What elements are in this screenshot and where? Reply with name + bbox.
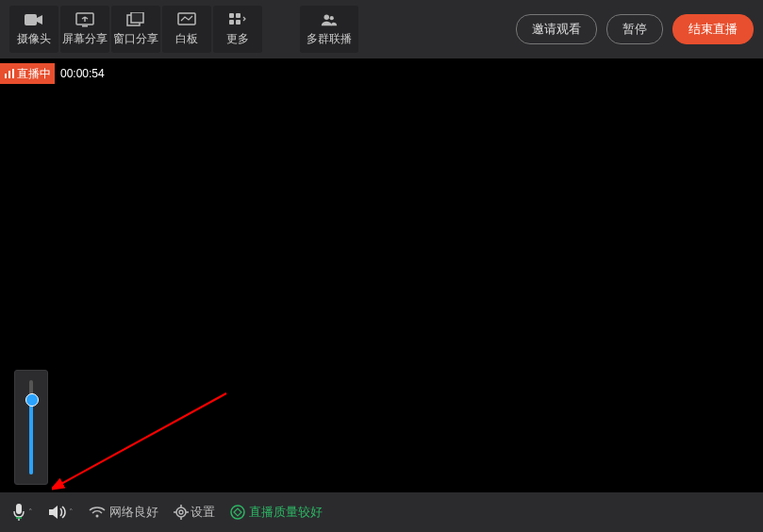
- bars-icon: [4, 68, 15, 79]
- window-share-label: 窗口分享: [113, 31, 158, 47]
- svg-rect-12: [5, 74, 7, 78]
- grid-icon: [228, 12, 247, 27]
- bottom-bar: ˄ ˄ 网络良好 设置 直播质量较好: [0, 492, 763, 532]
- network-label: 网络良好: [109, 504, 158, 521]
- screen-share-icon: [75, 12, 94, 27]
- gear-icon: [174, 505, 189, 520]
- video-stage: 直播中 00:00:54: [0, 58, 763, 492]
- svg-rect-9: [236, 20, 241, 25]
- camera-label: 摄像头: [17, 31, 51, 47]
- svg-point-19: [96, 515, 99, 518]
- more-button[interactable]: 更多: [213, 6, 262, 53]
- svg-point-20: [176, 507, 186, 517]
- volume-slider-panel[interactable]: [14, 370, 48, 485]
- network-status: 网络良好: [89, 504, 158, 521]
- invite-button[interactable]: 邀请观看: [516, 14, 597, 44]
- microphone-button[interactable]: ˄: [11, 503, 33, 522]
- live-tag: 直播中: [0, 63, 55, 84]
- chevron-up-icon: ˄: [69, 507, 74, 517]
- top-toolbar: 摄像头 屏幕分享 窗口分享 白板 更多: [0, 0, 763, 58]
- whiteboard-button[interactable]: 白板: [162, 6, 211, 53]
- svg-rect-18: [16, 517, 22, 519]
- screen-share-label: 屏幕分享: [62, 31, 108, 47]
- svg-rect-8: [229, 20, 234, 25]
- settings-label: 设置: [191, 504, 215, 521]
- multi-group-button[interactable]: 多群联播: [300, 6, 358, 53]
- stream-timer: 00:00:54: [55, 63, 110, 84]
- svg-rect-13: [8, 71, 10, 78]
- svg-point-11: [330, 16, 334, 20]
- volume-fill: [29, 404, 33, 474]
- camera-icon: [25, 12, 43, 27]
- quality-label: 直播质量较好: [249, 504, 323, 521]
- pause-button[interactable]: 暂停: [606, 14, 663, 44]
- volume-track: [29, 380, 33, 474]
- speaker-button[interactable]: ˄: [48, 504, 74, 521]
- settings-button[interactable]: 设置: [174, 504, 215, 521]
- svg-rect-7: [236, 13, 241, 18]
- stream-quality: 直播质量较好: [230, 504, 323, 521]
- screen-share-button[interactable]: 屏幕分享: [60, 6, 109, 53]
- svg-rect-0: [25, 14, 37, 25]
- whiteboard-icon: [177, 12, 196, 27]
- window-share-button[interactable]: 窗口分享: [111, 6, 160, 53]
- svg-rect-6: [229, 13, 234, 18]
- svg-point-21: [179, 510, 183, 514]
- speaker-icon: [48, 504, 67, 521]
- svg-point-26: [231, 506, 244, 519]
- svg-point-10: [324, 14, 329, 19]
- svg-rect-16: [16, 504, 22, 514]
- volume-thumb[interactable]: [25, 393, 39, 407]
- whiteboard-label: 白板: [175, 31, 198, 47]
- svg-rect-2: [82, 25, 88, 27]
- chevron-up-icon: ˄: [28, 507, 33, 517]
- microphone-icon: [11, 503, 26, 522]
- svg-line-15: [59, 393, 226, 485]
- multi-group-label: 多群联播: [307, 31, 352, 47]
- window-share-icon: [126, 12, 145, 27]
- wifi-icon: [89, 506, 106, 519]
- svg-rect-4: [131, 12, 143, 23]
- svg-rect-14: [12, 69, 14, 78]
- more-label: 更多: [226, 31, 249, 47]
- annotation-arrow: [52, 389, 241, 492]
- end-stream-button[interactable]: 结束直播: [672, 14, 754, 44]
- multi-group-icon: [320, 12, 339, 27]
- quality-icon: [230, 505, 245, 520]
- live-status: 直播中 00:00:54: [0, 64, 110, 83]
- camera-button[interactable]: 摄像头: [9, 6, 58, 53]
